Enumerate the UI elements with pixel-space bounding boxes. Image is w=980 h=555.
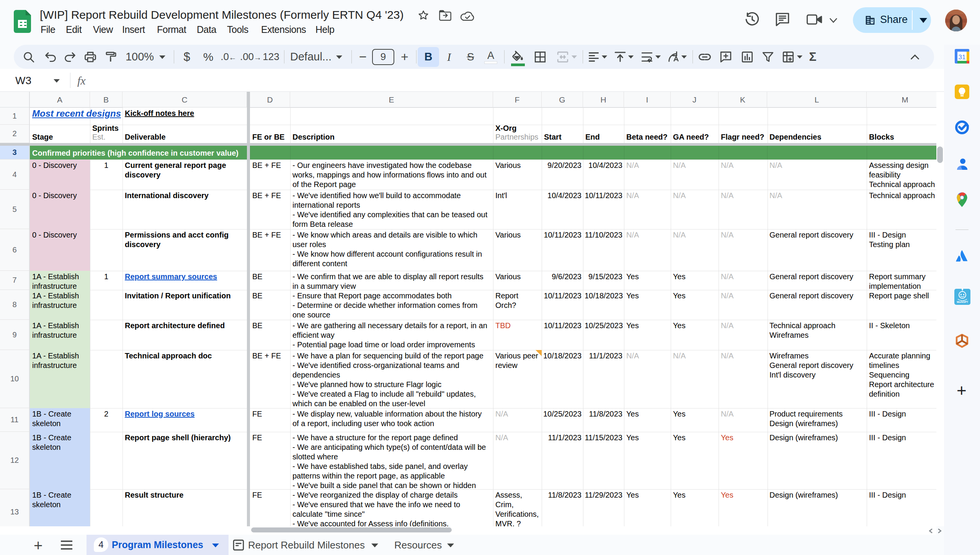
svg-text:WorkGPT: WorkGPT bbox=[957, 301, 968, 303]
svg-text:31: 31 bbox=[959, 54, 966, 61]
